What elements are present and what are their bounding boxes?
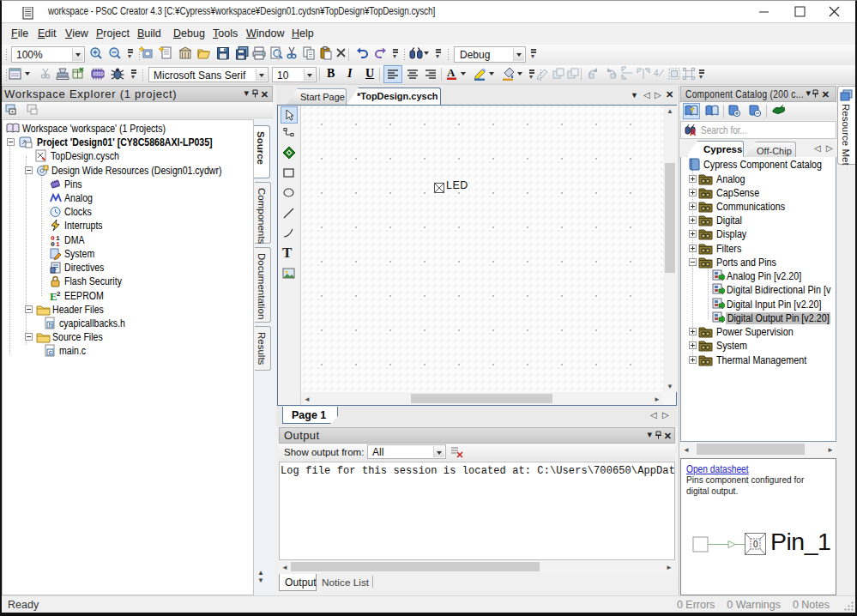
svg-text:4: 4	[654, 69, 659, 78]
svg-text:0310: 0310	[94, 71, 104, 76]
svg-text:A: A	[447, 66, 456, 79]
svg-text:1: 1	[56, 240, 60, 247]
svg-text:A: A	[690, 128, 696, 137]
svg-text:c: c	[49, 348, 53, 356]
svg-text:0: 0	[753, 540, 758, 549]
svg-text:h: h	[49, 321, 53, 329]
svg-text:0: 0	[51, 240, 55, 247]
svg-text:2: 2	[57, 290, 61, 298]
